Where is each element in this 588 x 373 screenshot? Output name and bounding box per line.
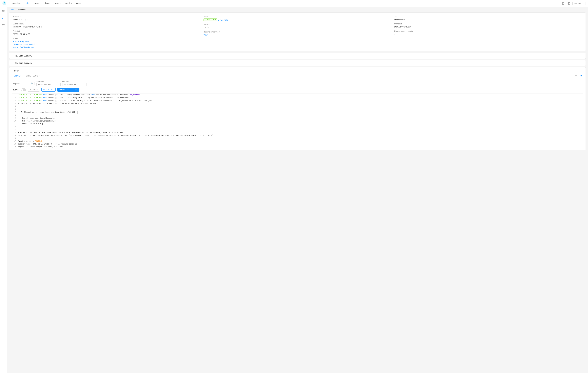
- reverse-label: Reverse:: [12, 89, 19, 91]
- log-container[interactable]: 1 2025-01-07 04:13:34,344 INFO worker.py…: [12, 93, 583, 148]
- log-line: 17 Trial status: 1 PENDING: [12, 140, 583, 143]
- job-details-grid: Entrypoint python script.py ⧉ Submission…: [13, 16, 582, 48]
- started-at-value: 2025/01/07 04:12:18: [394, 26, 582, 28]
- actions-group: Actions Stack Trace (Driver) CPU Flame G…: [13, 38, 201, 48]
- details-column-3: Job ID 06000000 ⧉ Started at 2025/01/07 …: [394, 16, 582, 48]
- logs-section-header: ⌄ Logs: [12, 70, 583, 72]
- log-line: 15 To visualize your results with Tensor…: [12, 134, 583, 137]
- log-line: 14 View detailed results here: model-che…: [12, 131, 583, 134]
- ended-at-value: 2025/01/07 04:16:25: [13, 33, 201, 35]
- sidebar-toggle-icon[interactable]: [567, 1, 571, 5]
- runtime-env-label: Runtime environment: [203, 31, 391, 33]
- started-at-group: Started at 2025/01/07 04:12:18: [394, 23, 582, 28]
- start-time-label: Start Time: [36, 81, 61, 82]
- tab-other-logs[interactable]: OTHER LOGS ↗: [23, 74, 42, 78]
- log-line: 19 Logical resource usage: 0/30 CPUs, 0/…: [12, 146, 583, 148]
- status-badge: SUCCEEDED: [203, 18, 217, 21]
- log-line: 5: [12, 105, 583, 108]
- start-time-group: Start Time: [36, 81, 61, 86]
- left-sidebar: [0, 7, 7, 373]
- ray-data-section[interactable]: › Ray Data Overview: [9, 53, 586, 59]
- reset-time-button[interactable]: RESET TIME: [42, 88, 55, 91]
- nav-item-logs[interactable]: Logs: [74, 0, 83, 7]
- logs-settings-icon[interactable]: [574, 74, 578, 78]
- stack-trace-link[interactable]: Stack Trace (Driver): [13, 40, 201, 42]
- ray-core-chevron: ›: [13, 62, 13, 64]
- main-content: Jobs / 06000000 Entrypoint python script…: [7, 7, 588, 373]
- end-time-input[interactable]: [62, 83, 86, 86]
- cpu-flame-link[interactable]: CPU Flame Graph (Driver): [13, 43, 201, 45]
- nav-right-actions: GMT+08:00 ▾: [561, 1, 586, 5]
- nav-item-overview[interactable]: Overview: [10, 0, 23, 7]
- log-tabs: DRIVER OTHER LOGS ↗: [12, 74, 42, 78]
- refresh-button[interactable]: REFRESH: [28, 88, 40, 91]
- nav-item-cluster[interactable]: Cluster: [42, 0, 52, 7]
- view-details-link[interactable]: View details: [218, 19, 228, 21]
- log-action-row: Reverse: REFRESH RESET TIME DOWNLOAD LOG…: [12, 88, 583, 91]
- keyword-input[interactable]: [13, 82, 30, 85]
- memory-profiling-link[interactable]: Memory Profiling (Driver): [13, 46, 201, 48]
- breadcrumb-jobs-link[interactable]: Jobs: [10, 9, 14, 11]
- entrypoint-group: Entrypoint python script.py ⧉: [13, 16, 201, 20]
- reverse-toggle[interactable]: [21, 89, 26, 91]
- svg-rect-5: [568, 2, 570, 4]
- chevron-down-icon: ▾: [584, 2, 584, 4]
- log-line: 11 | Number of trials 1 |: [12, 122, 583, 125]
- log-line: 8: [12, 114, 583, 117]
- copy-submission-icon[interactable]: ⧉: [41, 26, 42, 28]
- ray-data-title: Ray Data Overview: [15, 55, 32, 57]
- sidebar-clock-icon[interactable]: [1, 22, 6, 27]
- tab-driver[interactable]: DRIVER: [12, 74, 23, 78]
- app-logo: [2, 1, 6, 6]
- log-line: 2 2025-01-07 04:13:34,344 INFO worker.py…: [12, 96, 583, 99]
- nav-item-serve[interactable]: Serve: [32, 0, 42, 7]
- start-time-input[interactable]: [36, 83, 61, 86]
- download-log-button[interactable]: DOWNLOAD LOG FILE: [57, 88, 79, 91]
- nav-item-metrics[interactable]: Metrics: [63, 0, 74, 7]
- entrypoint-value: python script.py ⧉: [13, 18, 201, 20]
- ray-data-chevron: ›: [13, 55, 13, 57]
- log-line: 7 Configuration for experiment xgb_tune_…: [12, 111, 583, 114]
- entrypoint-label: Entrypoint: [13, 16, 201, 18]
- svg-rect-2: [562, 2, 564, 4]
- svg-point-16: [581, 75, 582, 76]
- timezone-selector[interactable]: GMT+08:00 ▾: [572, 2, 586, 5]
- keyword-search-box[interactable]: 🔍: [12, 82, 35, 85]
- action-links: Stack Trace (Driver) CPU Flame Graph (Dr…: [13, 40, 201, 48]
- status-value: SUCCEEDED View details: [203, 18, 391, 21]
- submission-id-label: Submission ID: [13, 23, 201, 25]
- ray-core-section[interactable]: › Ray Core Overview: [9, 60, 586, 66]
- copy-job-id-icon[interactable]: ⧉: [403, 19, 405, 20]
- logs-chevron: ⌄: [11, 70, 13, 71]
- sidebar-info-icon[interactable]: [1, 9, 6, 13]
- logs-live-icon[interactable]: [579, 74, 583, 78]
- runtime-env-value: View: [203, 34, 391, 36]
- started-at-label: Started at: [394, 23, 582, 25]
- top-navigation: Overview Jobs Serve Cluster Actors Metri…: [0, 0, 588, 7]
- job-id-label: Job ID: [394, 16, 582, 18]
- log-line: 12: [12, 125, 583, 128]
- end-time-group: End Time: [62, 81, 86, 86]
- breadcrumb-current: 06000000: [17, 9, 25, 11]
- breadcrumb-separator: /: [15, 9, 16, 11]
- sidebar-chart-icon[interactable]: [1, 16, 6, 20]
- duration-label: Duration: [203, 24, 391, 26]
- svg-point-10: [4, 17, 4, 17]
- logs-top-actions: [574, 74, 583, 78]
- log-line: 6: [12, 108, 583, 111]
- job-details-card: Entrypoint python script.py ⧉ Submission…: [9, 12, 586, 51]
- log-line: 3 2025-01-07 04:13:34,355 INFO worker.py…: [12, 99, 583, 102]
- logs-card: ⌄ Logs DRIVER OTHER LOGS ↗: [9, 67, 586, 151]
- runtime-env-link[interactable]: View: [203, 34, 208, 36]
- job-id-value: 06000000 ⧉: [394, 18, 582, 20]
- copy-entrypoint-icon[interactable]: ⧉: [27, 19, 28, 20]
- notifications-icon[interactable]: [561, 1, 565, 5]
- nav-item-jobs[interactable]: Jobs: [23, 0, 32, 7]
- ended-at-group: Ended at 2025/01/07 04:16:25: [13, 30, 201, 35]
- log-line: 13: [12, 128, 583, 131]
- log-line: 10 | Scheduler AsyncHyperBandScheduler |: [12, 120, 583, 122]
- details-column-1: Entrypoint python script.py ⧉ Submission…: [13, 16, 201, 48]
- duration-value: 4m 7s: [203, 26, 391, 29]
- nav-item-actors[interactable]: Actors: [52, 0, 63, 7]
- log-line: 18 Current time: 2025-01-07 04:15:45. To…: [12, 143, 583, 146]
